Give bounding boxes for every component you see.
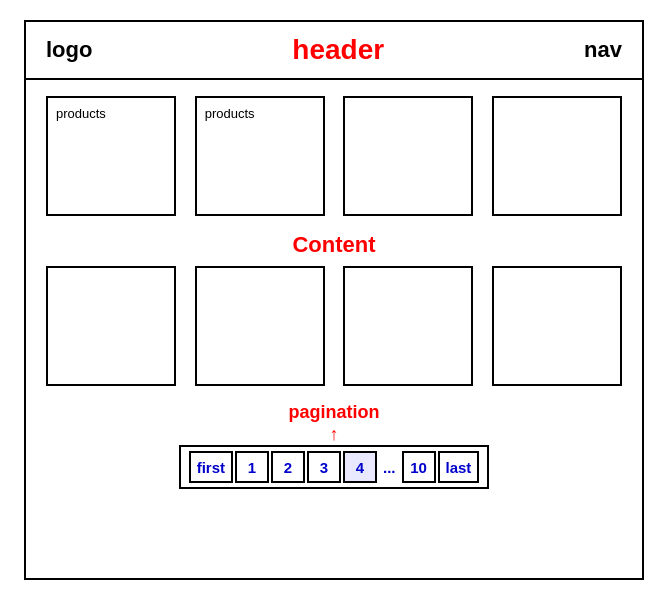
pagination-arrow: ↑ <box>330 425 339 443</box>
page-4[interactable]: 4 <box>343 451 377 483</box>
content-label: Content <box>46 232 622 258</box>
page-first[interactable]: first <box>189 451 233 483</box>
products-row-2 <box>46 266 622 386</box>
product-label-1-2: products <box>205 106 255 121</box>
products-row-1: products products <box>46 96 622 216</box>
pagination-label: pagination <box>289 402 380 423</box>
product-card-2-4[interactable] <box>492 266 622 386</box>
page-last[interactable]: last <box>438 451 480 483</box>
page-1[interactable]: 1 <box>235 451 269 483</box>
page-frame: logo header nav products products Conten… <box>24 20 644 580</box>
page-2[interactable]: 2 <box>271 451 305 483</box>
product-card-1-2[interactable]: products <box>195 96 325 216</box>
product-card-1-1[interactable]: products <box>46 96 176 216</box>
product-label-1-1: products <box>56 106 106 121</box>
page-dots: ... <box>379 459 400 476</box>
logo: logo <box>46 37 92 63</box>
header-bar: logo header nav <box>26 22 642 80</box>
nav: nav <box>584 37 622 63</box>
page-3[interactable]: 3 <box>307 451 341 483</box>
pagination-bar: first 1 2 3 4 ... 10 last <box>179 445 490 489</box>
product-card-1-4[interactable] <box>492 96 622 216</box>
product-card-2-2[interactable] <box>195 266 325 386</box>
header-title: header <box>292 34 384 66</box>
pagination-section: pagination ↑ first 1 2 3 4 ... 10 last <box>46 402 622 489</box>
page-10[interactable]: 10 <box>402 451 436 483</box>
product-card-2-3[interactable] <box>343 266 473 386</box>
product-card-2-1[interactable] <box>46 266 176 386</box>
main-content: products products Content pagination ↑ f… <box>26 80 642 578</box>
product-card-1-3[interactable] <box>343 96 473 216</box>
